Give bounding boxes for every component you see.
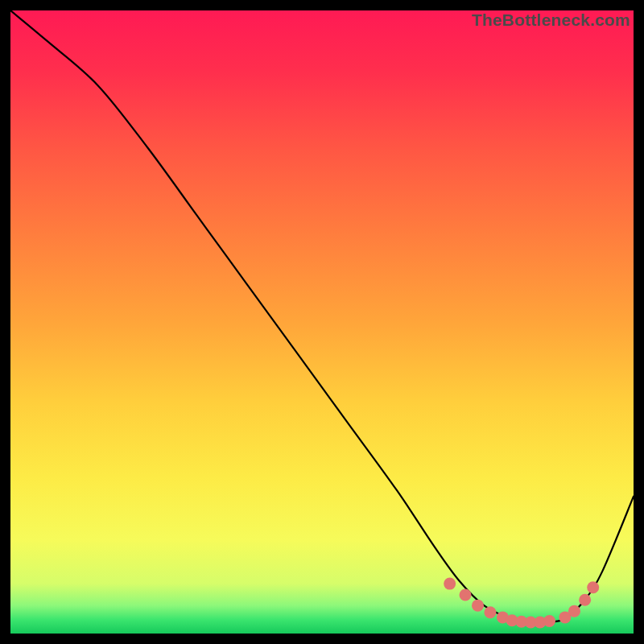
highlight-dot bbox=[568, 605, 580, 617]
highlight-dot bbox=[444, 578, 456, 590]
highlight-dot bbox=[472, 600, 484, 612]
chart-frame: TheBottleneck.com bbox=[10, 10, 634, 634]
gradient-background bbox=[10, 10, 634, 634]
highlight-dot bbox=[484, 606, 496, 618]
highlight-dot bbox=[543, 615, 555, 627]
watermark-text: TheBottleneck.com bbox=[472, 10, 630, 30]
highlight-dot bbox=[587, 581, 599, 593]
highlight-dot bbox=[460, 589, 472, 601]
chart-svg bbox=[10, 10, 634, 634]
highlight-dot bbox=[579, 594, 591, 606]
